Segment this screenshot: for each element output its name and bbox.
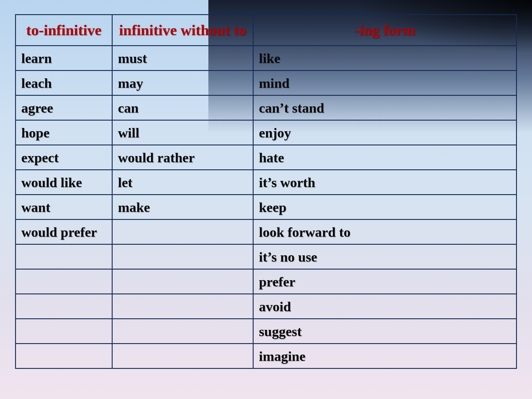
slide-content: to-infinitive infinitive without to -ing…	[0, 0, 532, 399]
cell-col2: make	[112, 195, 253, 220]
cell-col2: will	[112, 120, 253, 145]
cell-col3: it’s no use	[253, 244, 517, 269]
cell-col3: mind	[253, 71, 517, 95]
cell-col3: suggest	[253, 319, 517, 344]
cell-col1: expect	[16, 145, 112, 170]
cell-col1: hope	[16, 120, 112, 145]
table-row: prefer	[16, 269, 517, 294]
cell-col2	[112, 319, 253, 344]
cell-col3: enjoy	[253, 120, 517, 145]
table-row: agree can can’t stand	[16, 95, 517, 120]
cell-col2	[112, 244, 253, 269]
cell-col3: imagine	[253, 344, 517, 369]
table-row: it’s no use	[16, 244, 517, 269]
cell-col2: would rather	[112, 145, 253, 170]
table-header-row: to-infinitive infinitive without to -ing…	[16, 15, 517, 46]
cell-col1: would like	[16, 170, 112, 195]
cell-col1: learn	[16, 46, 112, 71]
cell-col1: would prefer	[16, 220, 112, 244]
cell-col3: hate	[253, 145, 517, 170]
table-row: would like let it’s worth	[16, 170, 517, 195]
cell-col2	[112, 269, 253, 294]
table-row: expect would rather hate	[16, 145, 517, 170]
cell-col1: want	[16, 195, 112, 220]
table-row: avoid	[16, 294, 517, 319]
table-row: leach may mind	[16, 71, 517, 95]
table-row: imagine	[16, 344, 517, 369]
cell-col3: keep	[253, 195, 517, 220]
cell-col3: prefer	[253, 269, 517, 294]
cell-col2	[112, 294, 253, 319]
cell-col1	[16, 294, 112, 319]
cell-col2: let	[112, 170, 253, 195]
header-to-infinitive: to-infinitive	[16, 15, 112, 46]
cell-col3: look forward to	[253, 220, 517, 244]
table-row: hope will enjoy	[16, 120, 517, 145]
table-row: want make keep	[16, 195, 517, 220]
cell-col1	[16, 244, 112, 269]
cell-col1	[16, 269, 112, 294]
cell-col3: can’t stand	[253, 95, 517, 120]
cell-col3: like	[253, 46, 517, 71]
cell-col1: agree	[16, 95, 112, 120]
cell-col3: avoid	[253, 294, 517, 319]
cell-col1	[16, 344, 112, 369]
cell-col2: must	[112, 46, 253, 71]
cell-col2	[112, 344, 253, 369]
table-row: learn must like	[16, 46, 517, 71]
cell-col2: may	[112, 71, 253, 95]
table-row: suggest	[16, 319, 517, 344]
header-ing-form: -ing form	[253, 15, 517, 46]
cell-col1: leach	[16, 71, 112, 95]
table-row: would prefer look forward to	[16, 220, 517, 244]
grammar-table: to-infinitive infinitive without to -ing…	[15, 14, 517, 369]
cell-col3: it’s worth	[253, 170, 517, 195]
cell-col1	[16, 319, 112, 344]
cell-col2: can	[112, 95, 253, 120]
cell-col2	[112, 220, 253, 244]
header-infinitive-without-to: infinitive without to	[112, 15, 253, 46]
